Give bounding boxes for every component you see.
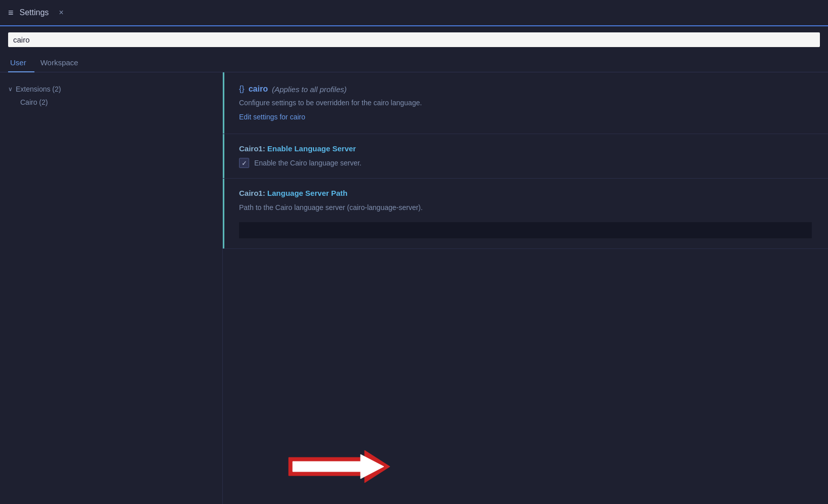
setting-name-1: Enable Language Server: [267, 144, 356, 153]
content-panel: {} cairo (Applies to all profiles) Confi…: [223, 72, 828, 504]
braces-icon: {}: [239, 85, 245, 94]
setting-name-2: Language Server Path: [267, 189, 347, 197]
checkbox-row: ✓ Enable the Cairo language server.: [239, 158, 812, 168]
search-bar: [0, 26, 828, 53]
setting-desc-path: Path to the Cairo language server (cairo…: [239, 202, 812, 213]
chevron-down-icon: ∨: [8, 86, 13, 93]
setting-title-path: Cairo1: Language Server Path: [239, 189, 812, 197]
tabs-bar: User Workspace: [0, 53, 828, 72]
cairo-name: cairo: [249, 85, 268, 94]
setting-prefix-2: Cairo1:: [239, 189, 267, 197]
sidebar-section-extensions: ∨ Extensions (2) Cairo (2): [0, 80, 222, 111]
edit-settings-link[interactable]: Edit settings for cairo: [239, 113, 305, 121]
title-bar: ≡ Settings ×: [0, 0, 828, 26]
setting-enable-language-server: Cairo1: Enable Language Server ✓ Enable …: [223, 134, 828, 179]
sidebar-group-extensions[interactable]: ∨ Extensions (2): [0, 82, 222, 96]
checkbox-label: Enable the Cairo language server.: [254, 159, 362, 167]
enable-language-server-checkbox[interactable]: ✓: [239, 158, 249, 168]
sidebar-item-cairo[interactable]: Cairo (2): [0, 96, 222, 109]
main-content: ∨ Extensions (2) Cairo (2) {} cairo (App…: [0, 72, 828, 504]
close-button[interactable]: ×: [59, 8, 63, 17]
setting-language-server-path: Cairo1: Language Server Path Path to the…: [223, 179, 828, 249]
tab-workspace[interactable]: Workspace: [38, 53, 87, 72]
language-server-path-input[interactable]: [239, 222, 812, 238]
setting-title-enable: Cairo1: Enable Language Server: [239, 144, 812, 153]
cairo-header-row: {} cairo (Applies to all profiles): [239, 85, 812, 94]
search-input[interactable]: [8, 32, 820, 47]
arrow-annotation: [284, 446, 395, 489]
tab-user[interactable]: User: [8, 53, 34, 72]
setting-prefix-1: Cairo1:: [239, 144, 267, 153]
cairo-description: Configure settings to be overridden for …: [239, 98, 812, 108]
arrow-icon: [284, 446, 395, 487]
sidebar: ∨ Extensions (2) Cairo (2): [0, 72, 223, 504]
hamburger-icon: ≡: [8, 8, 14, 18]
sidebar-group-label: Extensions (2): [16, 85, 61, 93]
cairo-section-header: {} cairo (Applies to all profiles) Confi…: [223, 72, 828, 134]
cairo-profile: (Applies to all profiles): [272, 85, 347, 94]
window-title: Settings: [20, 8, 49, 17]
settings-window: ≡ Settings × User Workspace ∨ Extensions…: [0, 0, 828, 504]
